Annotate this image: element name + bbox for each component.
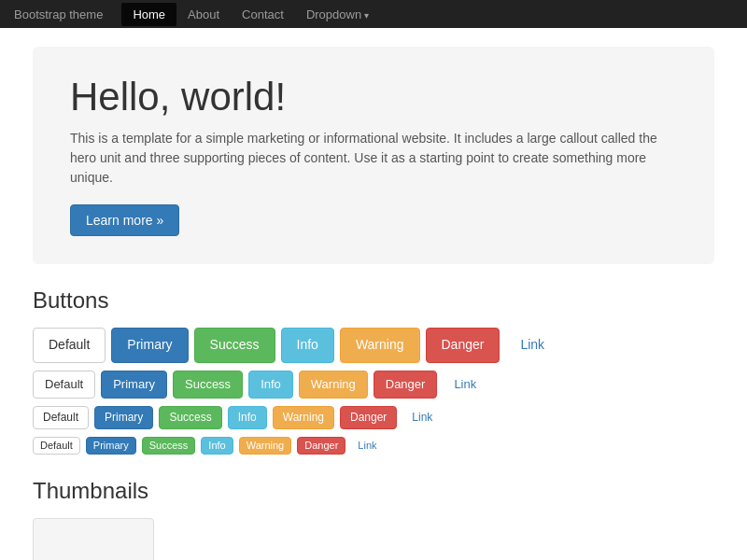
thumbnail-item[interactable]: 200x200 [33,518,154,560]
btn-danger-medium[interactable]: Danger [374,371,438,399]
button-row-medium: Default Primary Success Info Warning Dan… [33,371,714,399]
btn-primary-large[interactable]: Primary [111,328,188,363]
hero-unit: Hello, world! This is a template for a s… [33,47,714,264]
button-row-small: Default Primary Success Info Warning Dan… [33,406,714,429]
button-row-xsmall: Default Primary Success Info Warning Dan… [33,437,714,455]
chevron-down-icon: ▾ [364,10,369,21]
nav-link-about[interactable]: About [176,3,231,26]
btn-info-xsmall[interactable]: Info [201,437,233,455]
button-row-large: Default Primary Success Info Warning Dan… [33,328,714,363]
nav-item-dropdown[interactable]: Dropdown▾ [295,3,380,26]
btn-danger-large[interactable]: Danger [426,328,500,363]
btn-success-medium[interactable]: Success [173,371,243,399]
btn-info-medium[interactable]: Info [248,371,293,399]
btn-success-small[interactable]: Success [159,406,221,429]
navbar-nav: Home About Contact Dropdown▾ [121,3,380,26]
btn-primary-medium[interactable]: Primary [101,371,167,399]
nav-item-home[interactable]: Home [121,3,176,26]
btn-warning-xsmall[interactable]: Warning [239,437,292,455]
btn-default-large[interactable]: Default [33,328,106,363]
btn-primary-xsmall[interactable]: Primary [86,437,136,455]
btn-warning-medium[interactable]: Warning [299,371,368,399]
main-content: Hello, world! This is a template for a s… [19,28,728,560]
btn-default-small[interactable]: Default [33,406,89,429]
nav-item-contact[interactable]: Contact [231,3,295,26]
hero-title: Hello, world! [70,75,677,119]
btn-default-xsmall[interactable]: Default [33,437,80,455]
thumbnails-section: Thumbnails 200x200 [33,478,714,560]
btn-link-small[interactable]: Link [402,407,442,428]
btn-info-small[interactable]: Info [228,406,267,429]
nav-item-about[interactable]: About [176,3,231,26]
btn-link-medium[interactable]: Link [443,371,487,398]
btn-success-xsmall[interactable]: Success [142,437,196,455]
thumbnails-section-title: Thumbnails [33,478,714,504]
nav-link-contact[interactable]: Contact [231,3,295,26]
btn-warning-large[interactable]: Warning [340,328,420,363]
btn-default-medium[interactable]: Default [33,371,95,399]
hero-description: This is a template for a simple marketin… [70,129,677,188]
navbar: Bootstrap theme Home About Contact Dropd… [0,0,747,28]
btn-danger-small[interactable]: Danger [340,406,397,429]
btn-warning-small[interactable]: Warning [273,406,334,429]
btn-danger-xsmall[interactable]: Danger [297,437,345,455]
btn-link-xsmall[interactable]: Link [351,438,383,454]
btn-info-large[interactable]: Info [281,328,334,363]
nav-link-dropdown[interactable]: Dropdown▾ [295,3,380,26]
btn-link-large[interactable]: Link [505,329,559,362]
buttons-section-title: Buttons [33,287,714,314]
nav-link-home[interactable]: Home [121,3,176,26]
btn-primary-small[interactable]: Primary [94,406,153,429]
btn-success-large[interactable]: Success [194,328,275,363]
navbar-brand[interactable]: Bootstrap theme [14,7,103,21]
learn-more-button[interactable]: Learn more » [70,204,179,236]
buttons-section: Buttons Default Primary Success Info War… [33,287,714,455]
